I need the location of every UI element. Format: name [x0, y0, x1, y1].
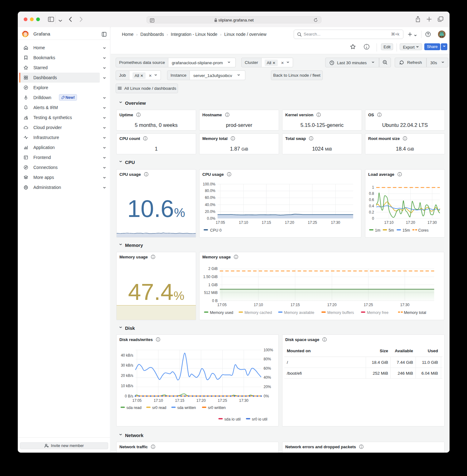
svg-text:40.0%: 40.0%: [205, 203, 215, 207]
svg-text:Memory used: Memory used: [210, 310, 233, 315]
svg-text:0: 0: [372, 216, 374, 221]
svg-text:Memory buffers: Memory buffers: [327, 310, 354, 315]
svg-text:sr0 io util: sr0 io util: [252, 417, 267, 421]
svg-text:Memory total: Memory total: [404, 310, 426, 315]
svg-text:17:20: 17:20: [196, 398, 206, 403]
svg-text:17:10: 17:10: [384, 220, 394, 225]
svg-text:17:25: 17:25: [308, 220, 317, 225]
svg-text:sda written: sda written: [177, 406, 196, 410]
svg-text:17:30: 17:30: [427, 220, 437, 225]
svg-text:60.0%: 60.0%: [205, 195, 215, 200]
svg-text:Memory available: Memory available: [284, 310, 314, 315]
svg-text:0 B: 0 B: [212, 299, 218, 303]
svg-text:17:10: 17:10: [154, 398, 163, 403]
svg-text:0.2: 0.2: [369, 210, 374, 214]
svg-text:30 kB/s: 30 kB/s: [121, 363, 133, 368]
svg-text:100.0%: 100.0%: [203, 182, 216, 186]
svg-text:15m: 15m: [402, 228, 410, 233]
svg-text:0.4: 0.4: [369, 204, 374, 208]
svg-text:17:15: 17:15: [291, 303, 300, 307]
svg-text:0.0%: 0.0%: [207, 216, 216, 221]
svg-text:CPU 0: CPU 0: [210, 228, 222, 233]
svg-text:17:10: 17:10: [239, 220, 248, 225]
svg-text:Memory free: Memory free: [367, 310, 389, 315]
svg-text:80%: 80%: [264, 357, 271, 361]
svg-text:17:15: 17:15: [175, 398, 184, 403]
svg-text:20.0%: 20.0%: [205, 209, 215, 214]
svg-text:2 GiB: 2 GiB: [208, 267, 218, 271]
svg-text:1 GiB: 1 GiB: [208, 283, 218, 287]
svg-text:sda io util: sda io util: [224, 417, 240, 421]
svg-text:17:10: 17:10: [254, 303, 263, 307]
svg-text:k6: k6: [26, 118, 27, 119]
svg-text:20%: 20%: [264, 385, 271, 389]
svg-text:1.50 GiB: 1.50 GiB: [203, 275, 218, 279]
svg-text:0 B/s: 0 B/s: [125, 394, 133, 398]
svg-text:0%: 0%: [264, 394, 269, 398]
svg-text:17:15: 17:15: [262, 220, 271, 225]
svg-text:sda read: sda read: [127, 406, 142, 410]
svg-text:17:05: 17:05: [132, 398, 142, 403]
svg-text:17:05: 17:05: [217, 303, 227, 307]
svg-text:60%: 60%: [264, 366, 271, 371]
svg-text:100%: 100%: [264, 348, 273, 352]
svg-text:0.6: 0.6: [369, 198, 374, 202]
svg-text:sr0 read: sr0 read: [152, 406, 166, 410]
svg-text:Memory cached: Memory cached: [244, 310, 272, 315]
svg-text:0.8: 0.8: [369, 191, 374, 196]
svg-text:20 kB/s: 20 kB/s: [121, 373, 133, 378]
svg-text:1: 1: [372, 185, 374, 190]
svg-text:sr0 written: sr0 written: [208, 406, 226, 410]
svg-text:17:05: 17:05: [216, 220, 225, 225]
svg-text:40 kB/s: 40 kB/s: [121, 353, 133, 358]
svg-text:17:30: 17:30: [400, 303, 410, 307]
svg-text:Cores: Cores: [418, 228, 429, 233]
svg-text:17:20: 17:20: [285, 220, 294, 225]
svg-text:17:20: 17:20: [406, 220, 415, 225]
svg-text:17:25: 17:25: [364, 303, 373, 307]
svg-text:5m: 5m: [388, 228, 394, 233]
svg-text:1m: 1m: [375, 228, 380, 233]
svg-text:80.0%: 80.0%: [205, 189, 215, 193]
svg-text:17:30: 17:30: [331, 220, 340, 225]
svg-text:10 kB/s: 10 kB/s: [121, 384, 133, 388]
svg-text:17:30: 17:30: [239, 398, 248, 403]
svg-text:17:25: 17:25: [218, 398, 227, 403]
svg-text:40%: 40%: [264, 375, 271, 380]
svg-text:17:20: 17:20: [327, 303, 337, 307]
svg-text:512 MiB: 512 MiB: [204, 291, 218, 295]
